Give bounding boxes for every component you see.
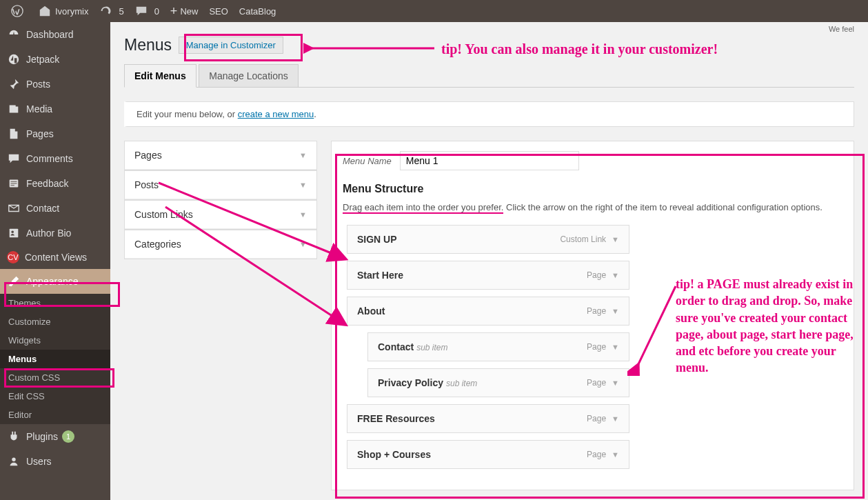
sub-item-widgets[interactable]: Widgets xyxy=(0,331,110,350)
new-content[interactable]: +New xyxy=(165,0,204,22)
jetpack-icon xyxy=(7,52,21,66)
catablog-menu[interactable]: CataBlog xyxy=(234,0,281,22)
structure-desc: Drag each item into the order you prefer… xyxy=(343,202,842,212)
sidebar-item-dashboard[interactable]: Dashboard xyxy=(0,22,110,47)
edit-notice: Edit your menu below, or create a new me… xyxy=(124,101,854,127)
menu-item-contact[interactable]: Contactsub itemPage▼ xyxy=(367,332,629,361)
sub-item-editor[interactable]: Editor xyxy=(0,406,110,424)
sidebar-item-jetpack[interactable]: Jetpack xyxy=(0,47,110,72)
plugins-count-badge: 1 xyxy=(62,430,74,443)
svg-rect-3 xyxy=(10,229,19,238)
brush-icon xyxy=(7,274,21,288)
contact-icon xyxy=(7,201,21,215)
sub-item-editcss[interactable]: Edit CSS xyxy=(0,387,110,406)
sub-item-themes[interactable]: Themes xyxy=(0,294,110,312)
menu-item-shopcourses[interactable]: Shop + CoursesPage▼ xyxy=(347,440,629,469)
chevron-down-icon: ▼ xyxy=(299,151,307,159)
metabox-categories[interactable]: Categories▼ xyxy=(124,230,317,259)
chevron-down-icon: ▼ xyxy=(612,343,619,351)
sidebar-item-contact[interactable]: Contact xyxy=(0,196,110,221)
new-label: New xyxy=(180,6,198,17)
users-icon xyxy=(7,454,21,468)
content-area: We feel Menus Manage in Customizer Edit … xyxy=(110,22,868,500)
admin-sidebar: Dashboard Jetpack Posts Media Pages Comm… xyxy=(0,22,110,500)
feedback-icon xyxy=(7,177,21,190)
chevron-down-icon: ▼ xyxy=(612,450,619,459)
menu-item-signup[interactable]: SIGN UPCustom Link▼ xyxy=(347,225,629,254)
sidebar-item-media[interactable]: Media xyxy=(0,97,110,121)
menu-items-list: SIGN UPCustom Link▼ Start HerePage▼ Abou… xyxy=(347,225,629,469)
metabox-customlinks[interactable]: Custom Links▼ xyxy=(124,200,317,230)
sidebar-item-comments[interactable]: Comments xyxy=(0,146,110,171)
tab-manage-locations[interactable]: Manage Locations xyxy=(199,64,298,88)
sidebar-item-pages[interactable]: Pages xyxy=(0,121,110,146)
comments-icon xyxy=(7,152,21,166)
updates-count: 5 xyxy=(119,6,123,17)
chevron-down-icon: ▼ xyxy=(612,379,619,387)
metabox-pages[interactable]: Pages▼ xyxy=(124,141,317,170)
dashboard-icon xyxy=(7,28,21,41)
menu-item-freeresources[interactable]: FREE ResourcesPage▼ xyxy=(347,404,629,433)
chevron-down-icon: ▼ xyxy=(612,414,619,423)
svg-point-5 xyxy=(12,458,15,461)
menu-edit-panel: Menu Name Menu Structure Drag each item … xyxy=(331,141,854,490)
cv-icon: CV xyxy=(7,251,19,263)
menu-name-label: Menu Name xyxy=(343,156,392,166)
media-icon xyxy=(7,102,21,116)
sidebar-item-plugins[interactable]: Plugins1 xyxy=(0,424,110,449)
svg-point-1 xyxy=(9,54,19,64)
notice-suffix: . xyxy=(314,109,316,119)
sidebar-item-posts[interactable]: Posts xyxy=(0,72,110,97)
author-icon xyxy=(7,226,21,240)
site-name[interactable]: Ivorymix xyxy=(33,0,94,22)
sidebar-item-users[interactable]: Users xyxy=(0,449,110,474)
sidebar-item-appearance[interactable]: Appearance xyxy=(0,269,110,294)
wefeel-text: We feel xyxy=(829,25,854,33)
admin-toolbar: Ivorymix 5 0 +New SEO CataBlog xyxy=(0,0,868,22)
pin-icon xyxy=(7,77,21,91)
metabox-column: Pages▼ Posts▼ Custom Links▼ Categories▼ xyxy=(124,141,317,259)
chevron-down-icon: ▼ xyxy=(612,271,619,279)
sidebar-item-authorbio[interactable]: Author Bio xyxy=(0,221,110,246)
chevron-down-icon: ▼ xyxy=(612,307,619,315)
svg-point-4 xyxy=(11,230,14,233)
menu-item-privacy[interactable]: Privacy Policysub itemPage▼ xyxy=(367,368,629,397)
pages-icon xyxy=(7,127,21,141)
tab-edit-menus[interactable]: Edit Menus xyxy=(124,64,196,88)
sidebar-item-feedback[interactable]: Feedback xyxy=(0,171,110,196)
manage-customizer-button[interactable]: Manage in Customizer xyxy=(179,37,283,54)
menu-name-input[interactable] xyxy=(400,151,579,170)
chevron-down-icon: ▼ xyxy=(299,210,307,219)
chevron-down-icon: ▼ xyxy=(299,181,307,189)
menu-item-about[interactable]: AboutPage▼ xyxy=(347,297,629,326)
structure-heading: Menu Structure xyxy=(343,183,842,195)
metabox-posts[interactable]: Posts▼ xyxy=(124,170,317,200)
notice-prefix: Edit your menu below, or xyxy=(137,109,238,119)
comments[interactable]: 0 xyxy=(130,0,165,22)
sub-item-menus[interactable]: Menus xyxy=(0,350,110,368)
menu-item-starthere[interactable]: Start HerePage▼ xyxy=(347,261,629,290)
wp-logo[interactable] xyxy=(6,0,33,22)
appearance-submenu: Themes Customize Widgets Menus Custom CS… xyxy=(0,294,110,424)
sub-item-customize[interactable]: Customize xyxy=(0,312,110,331)
sidebar-item-contentviews[interactable]: CVContent Views xyxy=(0,246,110,269)
tabs: Edit Menus Manage Locations xyxy=(124,64,854,88)
chevron-down-icon: ▼ xyxy=(299,240,307,248)
page-title: Menus xyxy=(124,36,172,54)
sub-item-customcss[interactable]: Custom CSS xyxy=(0,368,110,387)
site-name-text: Ivorymix xyxy=(55,6,88,17)
comments-count: 0 xyxy=(154,6,159,17)
plugins-icon xyxy=(7,430,21,443)
chevron-down-icon: ▼ xyxy=(612,235,619,243)
create-new-menu-link[interactable]: create a new menu xyxy=(238,109,314,119)
updates[interactable]: 5 xyxy=(94,0,129,22)
plus-icon: + xyxy=(170,4,178,19)
seo-menu[interactable]: SEO xyxy=(203,0,233,22)
